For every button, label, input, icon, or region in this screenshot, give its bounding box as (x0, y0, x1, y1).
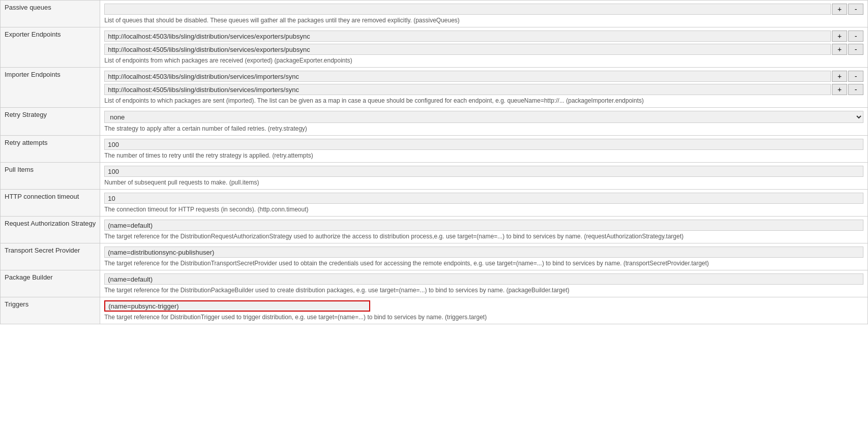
description-exporter-endpoints: List of endpoints from which packages ar… (104, 57, 863, 64)
description-retry-strategy: The strategy to apply after a certain nu… (104, 125, 863, 132)
description-pull-items: Number of subsequent pull requests to ma… (104, 179, 863, 186)
value-cell-request-authorization-strategy: The target reference for the Distributio… (100, 217, 868, 243)
label-transport-secret-provider: Transport Secret Provider (1, 243, 100, 270)
btn-plus-importer-endpoints-0[interactable]: + (832, 71, 847, 82)
btn-minus-importer-endpoints-0[interactable]: - (848, 71, 863, 82)
description-triggers: The target reference for DistributionTri… (104, 314, 863, 321)
label-pull-items: Pull Items (1, 163, 100, 190)
description-package-builder: The target reference for the Distributio… (104, 287, 863, 294)
input-triggers[interactable] (104, 300, 370, 312)
value-cell-package-builder: The target reference for the Distributio… (100, 270, 868, 297)
value-cell-exporter-endpoints: +-+-List of endpoints from which package… (100, 27, 868, 68)
label-http-connection-timeout: HTTP connection timeout (1, 190, 100, 217)
label-retry-strategy: Retry Strategy (1, 108, 100, 136)
input-pull-items[interactable] (104, 166, 863, 177)
label-importer-endpoints: Importer Endpoints (1, 68, 100, 108)
value-cell-http-connection-timeout: The connection timeout for HTTP requests… (100, 190, 868, 217)
label-request-authorization-strategy: Request Authorization Strategy (1, 217, 100, 243)
btn-minus-exporter-endpoints-1[interactable]: - (848, 44, 863, 55)
input-passive-queues[interactable] (104, 4, 831, 15)
description-retry-attempts: The number of times to retry until the r… (104, 152, 863, 159)
description-request-authorization-strategy: The target reference for the Distributio… (104, 233, 863, 240)
input-exporter-endpoints-0[interactable] (104, 30, 831, 42)
value-cell-passive-queues: +-List of queues that should be disabled… (100, 1, 868, 27)
input-request-authorization-strategy[interactable] (104, 220, 863, 231)
btn-plus-exporter-endpoints-0[interactable]: + (832, 30, 847, 42)
input-retry-attempts[interactable] (104, 139, 863, 150)
value-cell-triggers: The target reference for DistributionTri… (100, 297, 868, 324)
value-cell-retry-attempts: The number of times to retry until the r… (100, 136, 868, 163)
select-retry-strategy[interactable]: none (104, 111, 863, 123)
btn-plus-exporter-endpoints-1[interactable]: + (832, 44, 847, 55)
config-table: Passive queues+-List of queues that shou… (0, 0, 868, 324)
input-package-builder[interactable] (104, 273, 863, 285)
label-triggers: Triggers (1, 297, 100, 324)
input-importer-endpoints-0[interactable] (104, 71, 831, 82)
label-package-builder: Package Builder (1, 270, 100, 297)
input-exporter-endpoints-1[interactable] (104, 44, 831, 55)
btn-minus-passive-queues[interactable]: - (848, 4, 863, 15)
value-cell-transport-secret-provider: The target reference for the Distributio… (100, 243, 868, 270)
description-importer-endpoints: List of endpoints to which packages are … (104, 97, 863, 104)
description-transport-secret-provider: The target reference for the Distributio… (104, 260, 863, 267)
btn-minus-importer-endpoints-1[interactable]: - (848, 84, 863, 95)
label-passive-queues: Passive queues (1, 1, 100, 27)
value-cell-importer-endpoints: +-+-List of endpoints to which packages … (100, 68, 868, 108)
input-transport-secret-provider[interactable] (104, 247, 863, 258)
input-importer-endpoints-1[interactable] (104, 84, 831, 95)
value-cell-pull-items: Number of subsequent pull requests to ma… (100, 163, 868, 190)
label-exporter-endpoints: Exporter Endpoints (1, 27, 100, 68)
description-passive-queues: List of queues that should be disabled. … (104, 17, 863, 24)
btn-plus-passive-queues[interactable]: + (832, 4, 847, 15)
description-http-connection-timeout: The connection timeout for HTTP requests… (104, 206, 863, 213)
input-http-connection-timeout[interactable] (104, 193, 863, 204)
value-cell-retry-strategy: noneThe strategy to apply after a certai… (100, 108, 868, 136)
btn-plus-importer-endpoints-1[interactable]: + (832, 84, 847, 95)
label-retry-attempts: Retry attempts (1, 136, 100, 163)
btn-minus-exporter-endpoints-0[interactable]: - (848, 30, 863, 42)
